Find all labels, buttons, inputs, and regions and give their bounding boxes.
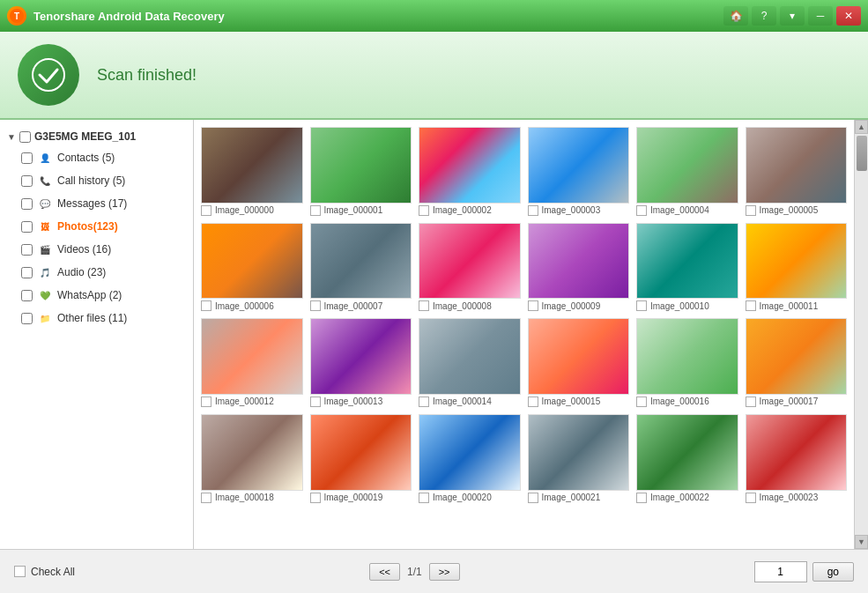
photo-select-checkbox[interactable] xyxy=(636,397,647,407)
photo-thumbnail xyxy=(419,223,521,300)
photo-thumbnail xyxy=(636,318,738,395)
sidebar-checkbox-photos[interactable] xyxy=(21,221,33,233)
photo-item[interactable]: Image_000007 xyxy=(310,223,412,312)
photo-item[interactable]: Image_000020 xyxy=(419,414,521,503)
photo-select-checkbox[interactable] xyxy=(636,493,647,503)
photo-select-checkbox[interactable] xyxy=(201,493,211,503)
scroll-thumb[interactable] xyxy=(857,136,867,171)
photo-select-checkbox[interactable] xyxy=(746,205,756,216)
photo-item[interactable]: Image_000000 xyxy=(201,127,303,216)
photo-select-checkbox[interactable] xyxy=(310,493,321,503)
photo-item[interactable]: Image_000017 xyxy=(746,318,848,407)
go-button[interactable]: go xyxy=(812,562,854,582)
scroll-down-arrow[interactable]: ▼ xyxy=(855,535,868,549)
photo-select-checkbox[interactable] xyxy=(419,205,429,216)
photo-select-checkbox[interactable] xyxy=(528,205,538,216)
content-area: Image_000000 Image_000001 Image_000002 I… xyxy=(194,120,854,549)
photo-select-checkbox[interactable] xyxy=(310,300,321,311)
photo-filename: Image_000002 xyxy=(433,205,492,215)
photo-select-checkbox[interactable] xyxy=(310,397,321,407)
check-all-checkbox[interactable] xyxy=(14,566,26,577)
photo-select-checkbox[interactable] xyxy=(636,300,647,311)
photo-item[interactable]: Image_000014 xyxy=(419,318,521,407)
dropdown-button[interactable]: ▾ xyxy=(780,6,805,26)
photo-item[interactable]: Image_000018 xyxy=(201,414,303,503)
photo-item[interactable]: Image_000013 xyxy=(310,318,412,407)
photo-image-12 xyxy=(202,319,302,394)
sidebar-label-videos: Videos (16) xyxy=(57,243,111,256)
photo-image-4 xyxy=(637,128,738,203)
photo-filename: Image_000008 xyxy=(433,301,492,311)
home-button[interactable]: 🏠 xyxy=(723,6,748,26)
photo-item[interactable]: Image_000008 xyxy=(419,223,521,312)
close-button[interactable]: ✕ xyxy=(836,6,861,26)
photo-item[interactable]: Image_000005 xyxy=(746,127,848,216)
photo-image-7 xyxy=(311,224,412,299)
last-page-button[interactable]: >> xyxy=(429,563,460,581)
pagination-bar: Check All << 1/1 >> go xyxy=(0,549,868,593)
sidebar-item-videos[interactable]: 🎬 Videos (16) xyxy=(0,238,193,261)
scroll-up-arrow[interactable]: ▲ xyxy=(855,120,868,134)
sidebar-item-call-history[interactable]: 📞 Call history (5) xyxy=(0,169,193,192)
sidebar-checkbox-videos[interactable] xyxy=(21,244,33,256)
photo-select-checkbox[interactable] xyxy=(419,397,429,407)
photo-select-checkbox[interactable] xyxy=(201,205,211,216)
sidebar-checkbox-whatsapp[interactable] xyxy=(21,290,33,301)
photo-item[interactable]: Image_000006 xyxy=(201,223,303,312)
first-page-button[interactable]: << xyxy=(369,563,400,581)
sidebar-item-photos[interactable]: 🖼 Photos(123) xyxy=(0,215,193,238)
photo-select-checkbox[interactable] xyxy=(636,205,647,216)
photo-select-checkbox[interactable] xyxy=(201,397,211,407)
sidebar-item-whatsapp[interactable]: 💚 WhatsApp (2) xyxy=(0,284,193,307)
photo-select-checkbox[interactable] xyxy=(419,300,429,311)
sidebar-item-contacts[interactable]: 👤 Contacts (5) xyxy=(0,146,193,169)
photo-label-row: Image_000016 xyxy=(636,397,738,407)
photo-image-0 xyxy=(202,128,302,203)
sidebar-label-messages: Messages (17) xyxy=(57,197,127,210)
sidebar-item-other-files[interactable]: 📁 Other files (11) xyxy=(0,307,193,330)
photo-thumbnail xyxy=(528,414,630,491)
sidebar-checkbox-messages[interactable] xyxy=(21,198,33,210)
photo-select-checkbox[interactable] xyxy=(528,397,538,407)
photo-thumbnail xyxy=(419,318,521,395)
photo-item[interactable]: Image_000023 xyxy=(746,414,848,503)
photo-item[interactable]: Image_000021 xyxy=(528,414,630,503)
sidebar-checkbox-audio[interactable] xyxy=(21,267,33,278)
photo-select-checkbox[interactable] xyxy=(419,493,429,503)
photo-item[interactable]: Image_000011 xyxy=(746,223,848,312)
photo-select-checkbox[interactable] xyxy=(528,300,538,311)
photo-thumbnail xyxy=(528,318,630,395)
photo-item[interactable]: Image_000001 xyxy=(310,127,412,216)
photo-select-checkbox[interactable] xyxy=(310,205,321,216)
photo-item[interactable]: Image_000016 xyxy=(636,318,738,407)
sidebar-checkbox-contacts[interactable] xyxy=(21,152,33,164)
sidebar-checkbox-call-history[interactable] xyxy=(21,175,33,187)
device-tree-item[interactable]: ▼ G3E5MG MEEG_101 xyxy=(0,127,193,146)
sidebar: ▼ G3E5MG MEEG_101 👤 Contacts (5) 📞 Call … xyxy=(0,120,194,549)
photo-select-checkbox[interactable] xyxy=(201,300,211,311)
sidebar-icon-messages: 💬 xyxy=(38,196,52,211)
sidebar-checkbox-other-files[interactable] xyxy=(21,313,33,324)
photo-item[interactable]: Image_000015 xyxy=(528,318,630,407)
photo-select-checkbox[interactable] xyxy=(746,300,756,311)
device-checkbox[interactable] xyxy=(19,131,31,143)
photo-item[interactable]: Image_000019 xyxy=(310,414,412,503)
photo-select-checkbox[interactable] xyxy=(746,493,756,503)
photo-image-1 xyxy=(311,128,412,203)
photo-item[interactable]: Image_000003 xyxy=(528,127,630,216)
photo-select-checkbox[interactable] xyxy=(528,493,538,503)
help-button[interactable]: ? xyxy=(752,6,776,26)
page-number-input[interactable] xyxy=(754,561,807,582)
photo-item[interactable]: Image_000002 xyxy=(419,127,521,216)
photo-select-checkbox[interactable] xyxy=(746,397,756,407)
photo-item[interactable]: Image_000010 xyxy=(636,223,738,312)
photo-item[interactable]: Image_000009 xyxy=(528,223,630,312)
photo-item[interactable]: Image_000022 xyxy=(636,414,738,503)
sidebar-item-messages[interactable]: 💬 Messages (17) xyxy=(0,192,193,215)
minimize-button[interactable]: ─ xyxy=(808,6,833,26)
photo-label-row: Image_000011 xyxy=(746,300,848,311)
sidebar-item-audio[interactable]: 🎵 Audio (23) xyxy=(0,261,193,284)
scrollbar: ▲ ▼ xyxy=(854,120,868,549)
photo-item[interactable]: Image_000004 xyxy=(636,127,738,216)
photo-item[interactable]: Image_000012 xyxy=(201,318,303,407)
